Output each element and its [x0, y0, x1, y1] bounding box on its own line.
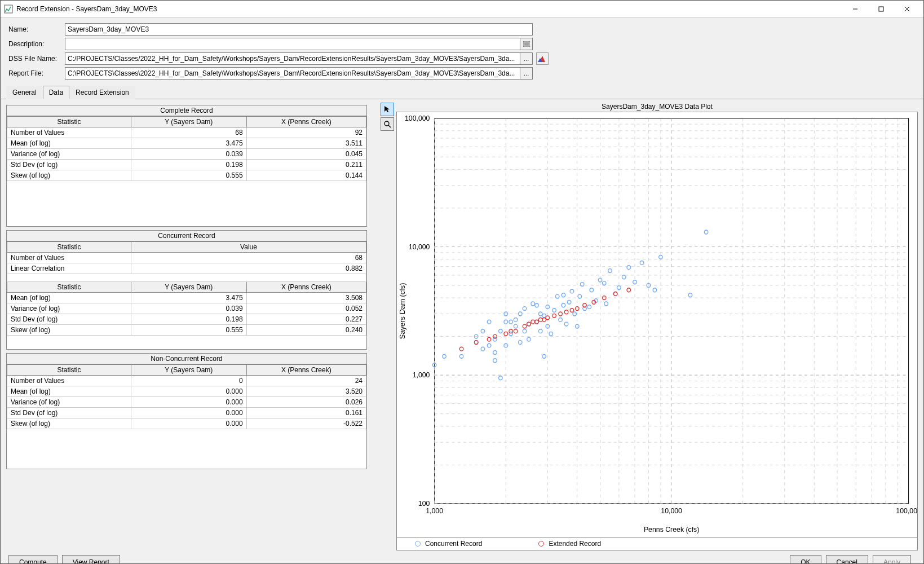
tab-strip: General Data Record Extension — [1, 85, 923, 99]
data-tables-panel: Complete Record Statistic Y (Sayers Dam)… — [1, 99, 378, 550]
table-row: Skew (of log)0.5550.144 — [7, 170, 366, 181]
ok-button[interactable]: OK — [790, 555, 821, 564]
svg-point-12 — [384, 121, 389, 126]
chart-toolbar — [378, 99, 394, 550]
svg-rect-14 — [435, 118, 909, 504]
pointer-tool-button[interactable] — [381, 103, 394, 116]
svg-line-13 — [388, 125, 391, 127]
header-form: Name: Description: DSS File Name: … Repo… — [1, 17, 923, 85]
name-label: Name: — [8, 25, 65, 33]
table-title: Non-Concurrent Record — [7, 354, 366, 364]
col-statistic: Statistic — [7, 282, 131, 293]
col-value: Value — [131, 242, 366, 253]
cancel-button[interactable]: Cancel — [826, 555, 868, 564]
table-title: Concurrent Record — [7, 231, 366, 241]
svg-text:Penns Creek (cfs): Penns Creek (cfs) — [644, 526, 699, 534]
dss-file-input[interactable] — [65, 52, 520, 65]
table-row: Number of Values6892 — [7, 127, 366, 138]
dss-file-browse-button[interactable]: … — [520, 52, 533, 65]
legend-item-extended: Extended Record — [538, 540, 601, 548]
table-row: Std Dev (of log)0.1980.211 — [7, 160, 366, 170]
svg-text:1,000: 1,000 — [426, 507, 443, 515]
table-row: Mean (of log)3.4753.511 — [7, 138, 366, 149]
dss-plot-icon[interactable] — [536, 52, 549, 65]
report-file-browse-button[interactable]: … — [520, 67, 533, 80]
view-report-button[interactable]: View Report — [62, 555, 120, 564]
description-expand-button[interactable] — [520, 38, 533, 50]
col-y: Y (Sayers Dam) — [131, 365, 247, 376]
tab-record-extension[interactable]: Record Extension — [69, 86, 135, 99]
table-row: Variance (of log)0.0390.052 — [7, 303, 366, 314]
svg-text:100,000: 100,000 — [896, 507, 917, 515]
table-row: Variance (of log)0.0390.045 — [7, 149, 366, 160]
svg-text:100: 100 — [418, 500, 430, 508]
col-y: Y (Sayers Dam) — [131, 282, 247, 293]
apply-button[interactable]: Apply — [873, 555, 911, 564]
table-row: Variance (of log)0.0000.026 — [7, 397, 366, 408]
window-titlebar: Record Extension - SayersDam_3day_MOVE3 — [1, 1, 923, 17]
tab-general[interactable]: General — [6, 86, 43, 99]
table-row: Mean (of log)3.4753.508 — [7, 293, 366, 303]
chart-legend: Concurrent Record Extended Record — [396, 537, 918, 550]
dss-file-label: DSS File Name: — [8, 55, 65, 63]
col-statistic: Statistic — [7, 242, 131, 253]
table-row: Std Dev (of log)0.0000.161 — [7, 408, 366, 418]
minimize-button[interactable] — [842, 1, 868, 17]
description-label: Description: — [8, 40, 65, 48]
description-input[interactable] — [65, 38, 520, 50]
zoom-tool-button[interactable] — [381, 117, 394, 131]
col-statistic: Statistic — [7, 365, 131, 376]
table-row: Skew (of log)0.5550.240 — [7, 325, 366, 336]
chart-panel: SayersDam_3day_MOVE3 Data Plot 1,00010,0… — [394, 99, 923, 550]
col-x: X (Penns Creek) — [246, 282, 366, 293]
nonconcurrent-record-table: Non-Concurrent Record Statistic Y (Sayer… — [6, 353, 367, 469]
svg-text:100,000: 100,000 — [405, 114, 430, 122]
col-statistic: Statistic — [7, 117, 131, 127]
table-row: Skew (of log)0.000-0.522 — [7, 418, 366, 429]
svg-rect-2 — [879, 7, 883, 11]
chart-title: SayersDam_3day_MOVE3 Data Plot — [396, 103, 918, 111]
app-icon — [4, 5, 13, 14]
col-x: X (Penns Creek) — [246, 365, 366, 376]
tab-data[interactable]: Data — [43, 86, 69, 99]
svg-text:1,000: 1,000 — [413, 371, 430, 379]
legend-swatch-concurrent-icon — [415, 541, 421, 547]
compute-button[interactable]: Compute — [8, 555, 58, 564]
svg-rect-0 — [5, 5, 12, 13]
table-row: Linear Correlation0.882 — [7, 263, 366, 274]
table-row: Number of Values024 — [7, 376, 366, 386]
svg-text:Sayers Dam (cfs): Sayers Dam (cfs) — [399, 283, 407, 339]
svg-text:10,000: 10,000 — [409, 243, 430, 250]
svg-text:10,000: 10,000 — [661, 507, 682, 515]
table-row: Std Dev (of log)0.1980.227 — [7, 314, 366, 325]
window-title: Record Extension - SayersDam_3day_MOVE3 — [16, 5, 842, 13]
name-input[interactable] — [65, 23, 533, 36]
svg-marker-11 — [384, 106, 390, 112]
legend-item-concurrent: Concurrent Record — [415, 540, 482, 548]
table-title: Complete Record — [7, 105, 366, 116]
table-row: Mean (of log)0.0003.520 — [7, 386, 366, 397]
complete-record-table: Complete Record Statistic Y (Sayers Dam)… — [6, 105, 367, 227]
maximize-button[interactable] — [868, 1, 894, 17]
close-button[interactable] — [894, 1, 920, 17]
report-file-label: Report File: — [8, 69, 65, 77]
data-plot-area[interactable]: 1,00010,000100,0001001,00010,000100,000P… — [396, 112, 918, 537]
col-y: Y (Sayers Dam) — [131, 117, 247, 127]
col-x: X (Penns Creek) — [246, 117, 366, 127]
legend-swatch-extended-icon — [538, 541, 544, 547]
report-file-input[interactable] — [65, 67, 520, 80]
concurrent-record-table: Concurrent Record Statistic Value Number… — [6, 230, 367, 350]
bottom-button-bar: Compute View Report OK Cancel Apply — [1, 550, 923, 564]
table-row: Number of Values68 — [7, 253, 366, 263]
